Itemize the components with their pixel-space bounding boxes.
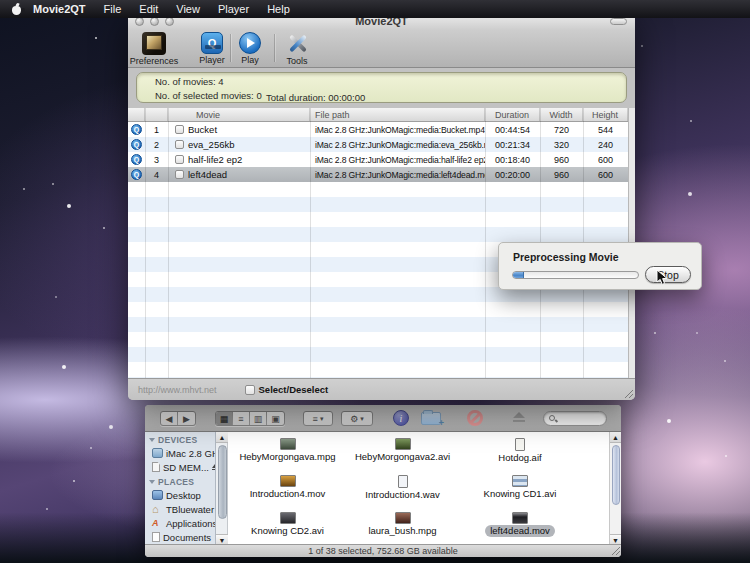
- action-gear-button[interactable]: ⚙▾: [341, 411, 373, 426]
- mouse-cursor: [656, 270, 670, 286]
- file-item[interactable]: Knowing CD2.avi: [230, 510, 345, 545]
- selected-count-label: No. of selected movies: 0: [155, 90, 262, 101]
- back-forward-buttons: ◀ ▶: [160, 411, 196, 426]
- app-toolbar: Preferences Q Player Play Tools: [128, 30, 635, 68]
- menu-item-file[interactable]: File: [95, 0, 131, 18]
- movie-thumbnail-icon: [395, 438, 411, 450]
- table-row[interactable]: Q 2 eva_256kb iMac 2.8 GHz:JunkOMagic:me…: [128, 137, 628, 152]
- document-icon: [152, 532, 160, 542]
- menu-item-edit[interactable]: Edit: [130, 0, 167, 18]
- sidebar-item-documents[interactable]: Documents: [145, 530, 215, 544]
- forward-button[interactable]: ▶: [178, 412, 195, 425]
- file-item[interactable]: Knowing CD1.avi: [460, 473, 580, 510]
- tools-button[interactable]: Tools: [271, 32, 323, 66]
- back-button[interactable]: ◀: [161, 412, 178, 425]
- new-folder-button[interactable]: +: [421, 410, 443, 426]
- plus-icon: +: [439, 418, 444, 428]
- file-item[interactable]: Introduction4.mov: [230, 473, 345, 510]
- row-checkbox[interactable]: [175, 125, 184, 134]
- sidebar-item-desktop[interactable]: Desktop: [145, 488, 215, 502]
- preferences-button[interactable]: Preferences: [128, 32, 180, 66]
- sidebar-item-applications[interactable]: AApplications: [145, 516, 215, 530]
- icon-column-header[interactable]: [128, 108, 145, 121]
- list-view-button[interactable]: ≡: [233, 412, 250, 425]
- movie-thumbnail-icon: [280, 438, 296, 450]
- scrollbar-thumb[interactable]: [218, 445, 227, 519]
- tools-icon: [286, 32, 309, 55]
- play-button[interactable]: Play: [224, 32, 276, 65]
- toolbar-toggle-button[interactable]: [610, 18, 627, 25]
- file-item[interactable]: laura_bush.mpg: [345, 510, 460, 545]
- get-info-button[interactable]: i: [393, 410, 409, 426]
- menu-item-view[interactable]: View: [167, 0, 209, 18]
- file-grid: HebyMorgongava.mpg HebyMorgongava2.avi H…: [228, 436, 609, 545]
- menu-item-app[interactable]: Movie2QT: [33, 0, 95, 18]
- movie-thumbnail-icon: [280, 475, 296, 487]
- scroll-up-arrow-icon[interactable]: ▲: [216, 432, 228, 443]
- desktop-icon: [152, 490, 163, 500]
- sidebar-item-imac[interactable]: iMac 2.8 GHz: [145, 446, 215, 460]
- scroll-up-arrow-icon[interactable]: ▲: [610, 432, 621, 443]
- coverflow-view-button[interactable]: ▣: [267, 412, 284, 425]
- height-column-header[interactable]: Height: [583, 108, 628, 121]
- movie2qt-window: Movie2QT Preferences Q Player Play Tools: [128, 12, 635, 400]
- disclosure-triangle-icon: [149, 480, 155, 484]
- window-footer: http://www.mhvt.net Select/Deselect: [128, 378, 635, 400]
- sidebar-section-places[interactable]: PLACES: [145, 474, 215, 488]
- table-row-selected[interactable]: Q 4 left4dead iMac 2.8 GHz:JunkOMagic:me…: [128, 167, 628, 182]
- arrange-menu-button[interactable]: ≡▾: [303, 411, 333, 426]
- eject-button[interactable]: [512, 412, 526, 424]
- icon-view-button[interactable]: ▦: [216, 412, 233, 425]
- column-view-button[interactable]: ▥: [250, 412, 267, 425]
- sidebar-section-devices[interactable]: DEVICES: [145, 432, 215, 446]
- table-row[interactable]: Q 1 Bucket iMac 2.8 GHz:JunkOMagic:media…: [128, 122, 628, 137]
- table-row[interactable]: Q 3 half-life2 ep2 iMac 2.8 GHz:JunkOMag…: [128, 152, 628, 167]
- apple-menu-icon[interactable]: [12, 4, 23, 15]
- width-column-header[interactable]: Width: [540, 108, 583, 121]
- movie-count-label: No. of movies: 4: [155, 76, 224, 87]
- row-checkbox[interactable]: [175, 140, 184, 149]
- no-access-icon[interactable]: [467, 410, 483, 426]
- file-item[interactable]: HebyMorgongava.mpg: [230, 436, 345, 473]
- content-scrollbar[interactable]: ▲ ▼: [609, 432, 621, 545]
- disclosure-triangle-icon: [149, 438, 155, 442]
- select-deselect-label: Select/Deselect: [259, 384, 329, 395]
- movie-column-header[interactable]: Movie: [168, 108, 310, 121]
- row-checkbox[interactable]: [175, 155, 184, 164]
- view-mode-buttons: ▦ ≡ ▥ ▣: [215, 411, 285, 426]
- sidebar-item-sd-card[interactable]: SD MEM...: [145, 460, 215, 474]
- select-deselect-checkbox[interactable]: [245, 385, 255, 395]
- menu-item-help[interactable]: Help: [258, 0, 299, 18]
- finder-status-bar: 1 of 38 selected, 752.68 GB available: [145, 544, 621, 557]
- sd-card-icon: [152, 462, 160, 472]
- finder-body: DEVICES iMac 2.8 GHz SD MEM... PLACES De…: [145, 432, 621, 545]
- quicktime-icon: Q: [131, 124, 142, 135]
- duration-column-header[interactable]: Duration: [485, 108, 540, 121]
- menu-item-player[interactable]: Player: [209, 0, 258, 18]
- resize-grip[interactable]: [623, 388, 633, 398]
- website-link[interactable]: http://www.mhvt.net: [138, 385, 217, 395]
- sidebar-item-home[interactable]: ⌂TBluewater: [145, 502, 215, 516]
- file-item[interactable]: HebyMorgongava2.avi: [345, 436, 460, 473]
- file-browser: HebyMorgongava.mpg HebyMorgongava2.avi H…: [228, 432, 609, 545]
- dialog-title: Preprocessing Movie: [513, 251, 619, 263]
- file-item[interactable]: Hotdog.aif: [460, 436, 580, 473]
- preferences-icon: [142, 32, 166, 55]
- sidebar-scrollbar[interactable]: ▲ ▼: [216, 432, 228, 545]
- total-duration-label: Total duration: 00:00:00: [266, 92, 365, 103]
- preprocessing-dialog: Preprocessing Movie Stop: [498, 242, 702, 290]
- finder-window: ◀ ▶ ▦ ≡ ▥ ▣ ≡▾ ⚙▾ i + DEVIC: [145, 405, 621, 557]
- row-checkbox[interactable]: [175, 170, 184, 179]
- computer-icon: [152, 448, 163, 458]
- play-icon: [239, 32, 261, 54]
- applications-icon: A: [152, 518, 163, 528]
- search-input[interactable]: [543, 411, 607, 426]
- number-column-header[interactable]: [145, 108, 168, 121]
- progress-bar-fill: [513, 272, 524, 278]
- audio-file-icon: [398, 475, 408, 488]
- file-item[interactable]: Introduction4.wav: [345, 473, 460, 510]
- movie-thumbnail-icon: [512, 512, 528, 524]
- scrollbar-thumb[interactable]: [612, 445, 620, 505]
- file-item-selected[interactable]: left4dead.mov: [460, 510, 580, 545]
- filepath-column-header[interactable]: File path: [310, 108, 485, 121]
